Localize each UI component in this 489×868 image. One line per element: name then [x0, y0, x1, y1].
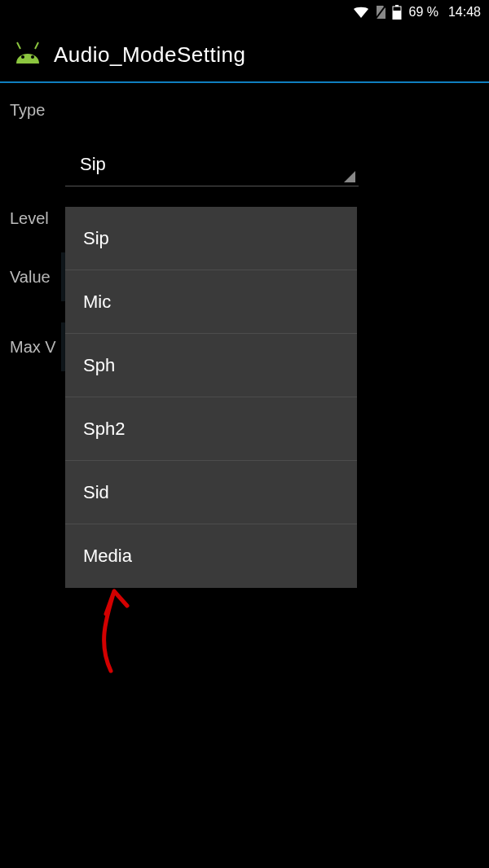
status-bar: 69 % 14:48	[0, 0, 489, 24]
clock-time: 14:48	[448, 5, 481, 20]
battery-icon	[392, 5, 402, 20]
dropdown-option-media[interactable]: Media	[65, 524, 357, 588]
dropdown-option-sip[interactable]: Sip	[65, 207, 357, 270]
dropdown-option-sph2[interactable]: Sph2	[65, 397, 357, 461]
svg-line-5	[35, 42, 38, 49]
type-label: Type	[8, 98, 481, 123]
annotation-arrow-icon	[82, 586, 139, 676]
dropdown-option-sid[interactable]: Sid	[65, 461, 357, 524]
type-spinner-value: Sip	[80, 154, 106, 175]
dropdown-option-sph[interactable]: Sph	[65, 334, 357, 397]
battery-percent: 69 %	[408, 5, 438, 20]
type-dropdown-list: SipMicSphSph2SidMedia	[65, 207, 357, 588]
svg-point-7	[31, 55, 34, 59]
level-label: Level	[8, 206, 57, 231]
svg-point-6	[21, 55, 24, 59]
app-header: Audio_ModeSetting	[0, 24, 489, 83]
max-label: Max V	[8, 335, 61, 360]
wifi-icon	[353, 6, 369, 19]
page-title: Audio_ModeSetting	[54, 42, 245, 68]
svg-rect-3	[393, 11, 401, 20]
svg-line-4	[17, 42, 20, 49]
sd-card-disabled-icon	[374, 5, 387, 20]
dropdown-arrow-icon	[344, 171, 355, 182]
dropdown-option-mic[interactable]: Mic	[65, 270, 357, 334]
android-icon	[11, 39, 44, 70]
type-spinner[interactable]: Sip	[65, 142, 359, 186]
value-label: Value	[8, 265, 61, 290]
